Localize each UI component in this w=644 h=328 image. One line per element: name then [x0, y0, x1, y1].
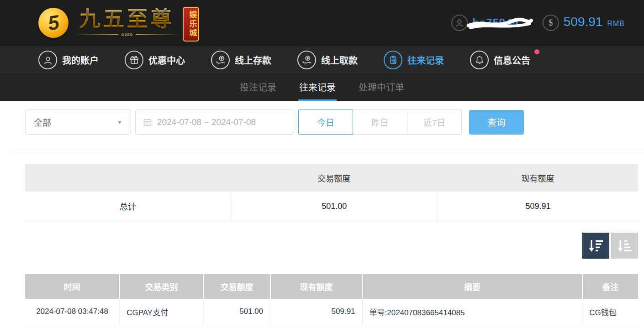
balance-amount: 509.91	[564, 15, 603, 29]
summary-table: 交易额度 现有额度 总计 501.00 509.91	[25, 164, 638, 221]
tab-transaction-records[interactable]: 往来记录	[298, 74, 337, 101]
summary-header-current-amount: 现有额度	[438, 172, 638, 184]
tab-pending-orders[interactable]: 处理中订单	[358, 74, 405, 101]
cell-amount: 501.00	[204, 299, 270, 325]
user-icon	[38, 51, 57, 69]
flourish-ornament-icon: «∞»	[121, 31, 133, 37]
sort-descending-icon	[587, 238, 604, 254]
flourish-line	[75, 34, 118, 35]
cell-note: CG钱包	[582, 299, 638, 325]
filter-row: 全部 ▼ 2024-07-08 ~ 2024-07-08 今日 昨日 近7日 查…	[25, 109, 644, 135]
balance-display[interactable]: $ 509.91 RMB	[543, 15, 625, 31]
nav-item-promotions[interactable]: 优惠中心	[125, 51, 185, 69]
cell-balance: 509.91	[270, 299, 362, 325]
user-account[interactable]: bc75940	[451, 15, 519, 31]
sort-ascending-button[interactable]	[611, 233, 638, 259]
summary-current-amount: 509.91	[438, 192, 638, 221]
username-wrap: bc75940	[472, 16, 519, 29]
brand-block: 九五至尊 «∞»	[75, 8, 179, 37]
sort-ascending-icon	[616, 238, 633, 254]
summary-transaction-amount: 501.00	[231, 192, 438, 221]
today-button[interactable]: 今日	[298, 109, 353, 135]
date-range-input[interactable]: 2024-07-08 ~ 2024-07-08	[135, 109, 293, 135]
top-header: 5 九五至尊 «∞» 娱乐城 bc75940	[0, 0, 644, 46]
nav-item-my-account[interactable]: 我的账户	[38, 51, 99, 69]
deposit-icon	[211, 51, 230, 69]
nav-item-records[interactable]: 往来记录	[384, 51, 444, 69]
nav-item-announcements[interactable]: 信息公告	[470, 51, 530, 69]
type-select[interactable]: 全部 ▼	[25, 109, 131, 135]
brand-badge: 娱乐城	[183, 7, 199, 42]
dollar-coin-icon: $	[543, 15, 559, 31]
username: bc75940	[472, 16, 519, 29]
balance-currency: RMB	[607, 20, 625, 28]
quick-date-buttons: 今日 昨日 近7日	[298, 109, 462, 135]
site-logo[interactable]: 5 九五至尊 «∞» 娱乐城	[38, 4, 199, 42]
sort-controls	[0, 233, 638, 259]
cell-summary: 单号:202407083665414085	[362, 299, 582, 325]
chevron-down-icon: ▼	[117, 119, 122, 125]
cell-type: CGPAY支付	[120, 299, 204, 325]
brand-title: 九五至尊	[79, 8, 174, 29]
header-balance: 现有额度	[270, 274, 362, 299]
header-summary: 摘要	[362, 274, 582, 299]
query-button[interactable]: 查询	[469, 110, 524, 135]
sort-descending-button[interactable]	[582, 233, 609, 259]
notification-dot	[534, 49, 539, 54]
last-7-days-button[interactable]: 近7日	[407, 109, 462, 135]
cell-time: 2024-07-08 03:47:48	[25, 299, 120, 325]
withdraw-icon	[297, 51, 316, 69]
summary-header-row: 交易额度 现有额度	[25, 164, 638, 192]
header-time: 时间	[25, 274, 120, 299]
header-type: 交易类别	[120, 274, 204, 299]
brand-flourish: «∞»	[75, 31, 179, 37]
user-avatar-icon	[451, 15, 468, 31]
logo-coin-icon: 5	[38, 8, 69, 38]
sub-tabs: 投注记录 往来记录 处理中订单	[0, 74, 644, 101]
nav-item-deposit[interactable]: 线上存款	[211, 51, 271, 69]
table-row: 2024-07-08 03:47:48 CGPAY支付 501.00 509.9…	[25, 299, 638, 325]
nav-item-withdraw[interactable]: 线上取款	[297, 51, 358, 69]
flourish-line	[136, 34, 179, 35]
records-table: 时间 交易类别 交易额度 现有额度 摘要 备注 2024-07-08 03:47…	[25, 274, 638, 325]
main-nav: 我的账户 优惠中心 线上存款 线上取款 往来记录 信息公告	[0, 46, 644, 74]
logo-coin-symbol: 5	[46, 11, 60, 35]
tab-bet-records[interactable]: 投注记录	[239, 74, 277, 101]
header-right: bc75940 $ 509.91 RMB	[451, 15, 644, 31]
summary-total-label: 总计	[25, 192, 231, 221]
summary-header-transaction-amount: 交易额度	[231, 172, 438, 184]
type-select-value: 全部	[34, 116, 51, 128]
calendar-icon	[143, 118, 152, 127]
records-header-row: 时间 交易类别 交易额度 现有额度 摘要 备注	[25, 274, 638, 299]
header-note: 备注	[582, 274, 638, 299]
gift-icon	[125, 51, 143, 69]
summary-total-row: 总计 501.00 509.91	[25, 192, 638, 221]
divider	[9, 150, 644, 150]
header-amount: 交易额度	[204, 274, 270, 299]
records-icon	[384, 51, 402, 69]
bell-icon	[470, 51, 489, 69]
yesterday-button[interactable]: 昨日	[353, 109, 407, 135]
date-range-value: 2024-07-08 ~ 2024-07-08	[157, 117, 256, 127]
